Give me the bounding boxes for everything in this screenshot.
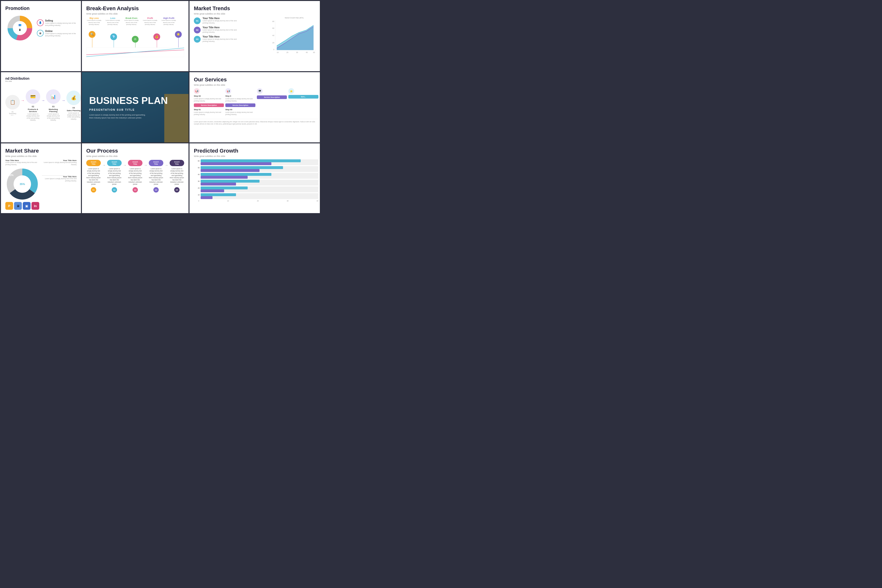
legend-break-even: Break Even Lorem Ipsum is simply dummy t… xyxy=(123,17,139,26)
process-steps: Insert Title Lorem Ipsum is simply dummy… xyxy=(86,160,184,192)
gbar-row-1b xyxy=(196,162,319,165)
service-icon-4: ⭐ xyxy=(288,88,294,94)
ms-item-r2: Your Title Here Lorem Ipsum is simply du… xyxy=(42,176,77,182)
gbar-row-5: 20 xyxy=(196,186,319,189)
dist-step-title-1: Products & Services xyxy=(26,108,40,112)
distribution-subtitle: this slide xyxy=(5,80,77,82)
gbar-row-3: 40 xyxy=(196,173,319,176)
dist-circle-1: 💳 xyxy=(26,89,40,104)
predicted-growth-slide: Predicted Growth Write great subtitles o… xyxy=(189,143,320,213)
dist-circle-0: 📋 xyxy=(5,95,20,110)
service-icon-1: 📢 xyxy=(194,88,200,94)
gbar-outer-2b xyxy=(201,169,319,172)
proc-desc-4: Lorem Ipsum is simply dummy text of the … xyxy=(149,168,163,185)
svg-line-8 xyxy=(86,48,184,57)
proc-step-3: Insert Title Lorem Ipsum is simply dummy… xyxy=(128,160,143,192)
ms-title-r1: Your Title Here xyxy=(43,159,77,162)
proc-desc-3: Lorem Ipsum is simply dummy text of the … xyxy=(128,168,143,185)
ms-left: Your Title Here Lorem Ipsum is simply du… xyxy=(5,159,40,210)
axis-20: 20 xyxy=(257,200,259,202)
proc-arrow-4: → xyxy=(165,160,168,167)
market-share-title: Market Share xyxy=(5,148,77,154)
be-icons-row: 🔍 💎 ⚖ 💰 🌟 xyxy=(86,28,184,48)
breakeven-title: Break-Even Analysis xyxy=(86,5,184,12)
our-process-subtitle: Write great subtitles on this slide xyxy=(86,155,184,158)
breakeven-subtitle: Write great subtitles on this slide xyxy=(86,13,184,15)
gbar-row-6b xyxy=(196,196,319,199)
ms-item-1: Your Title Here Lorem Ipsum is simply du… xyxy=(5,159,40,166)
ms-desc-r1: Lorem Ipsum is simply dummy text and pri… xyxy=(43,162,77,166)
service-step-2b: Step 03 xyxy=(225,108,255,111)
proc-num-5: 05 xyxy=(174,187,180,192)
market-items-list: 01 Your Title Here Lorem Ipsum is simply… xyxy=(194,17,242,43)
proc-step-5: Insert Title Lorem Ipsum is simply dummy… xyxy=(170,160,184,192)
be-icon-1: 🔍 xyxy=(89,31,95,48)
market-trends-title: Market Trends xyxy=(194,5,319,12)
proc-arrow-2: → xyxy=(123,160,126,167)
gbar-inner-2b xyxy=(201,169,260,172)
gbar-label-3: 40 xyxy=(196,174,200,176)
service-col-4: ⭐ Serv... xyxy=(288,88,319,117)
gbar-outer-6a xyxy=(201,193,319,196)
market-trends-content: 01 Your Title Here Lorem Ipsum is simply… xyxy=(194,17,319,56)
market-num-2: 02 xyxy=(194,27,201,33)
dist-step-1: 💳 02 Products & Services Lorem Ipsum is … xyxy=(26,89,40,122)
dist-step-3: 💰 04 Sales Planning Lorem Ipsum is simpl… xyxy=(66,91,81,120)
ms-app-icons: P 🖥 ▣ In xyxy=(5,202,40,210)
service-step-1: Step 02 xyxy=(194,95,224,97)
breakeven-legend: Big Loss Lorem Ipsum is simply dummy tex… xyxy=(86,17,184,26)
market-trends-subtitle: Write great subtitles on this slide xyxy=(194,13,319,15)
promotion-donut: 👥 📱 xyxy=(5,14,35,43)
market-chart-svg: 80 60 40 20 0 10 25 35 45 65 xyxy=(270,19,319,54)
gbar-row-1: 60 xyxy=(196,159,319,162)
ms-donut-container: 35% 30% xyxy=(5,167,39,201)
svg-text:10: 10 xyxy=(277,52,279,53)
gbar-outer-1b xyxy=(201,162,319,165)
svg-text:35: 35 xyxy=(296,52,298,53)
proc-desc-1: Lorem Ipsum is simply dummy text of the … xyxy=(86,168,101,185)
gbar-inner-4b xyxy=(201,183,236,186)
gbar-inner-1b xyxy=(201,162,271,165)
gbar-outer-3b xyxy=(201,176,319,179)
dist-arrow-2: → xyxy=(41,98,45,103)
service-step-2: Step 0 xyxy=(225,95,255,97)
dist-step-desc-3: Lorem Ipsum is simply dummy text of the … xyxy=(66,112,81,120)
service-badge-3: Service Description xyxy=(257,95,287,99)
axis-0: 0 xyxy=(198,200,199,202)
svg-text:👥: 👥 xyxy=(18,23,21,26)
proc-num-2: 02 xyxy=(112,187,117,192)
market-item-1: 01 Your Title Here Lorem Ipsum is simply… xyxy=(194,17,242,24)
gbar-outer-4a xyxy=(201,180,319,183)
ms-text-1: Your Title Here Lorem Ipsum is simply du… xyxy=(5,159,40,166)
svg-text:40: 40 xyxy=(272,34,274,36)
promotion-slide: Promotion 👥 📱 👤 xyxy=(1,1,81,71)
proc-arrow-3: → xyxy=(144,160,147,167)
service-step-1b: Step 01 xyxy=(194,108,224,111)
svg-text:25: 25 xyxy=(286,52,288,53)
proc-arrow-1: → xyxy=(102,160,106,167)
svg-text:20: 20 xyxy=(272,42,274,44)
dist-circle-3: 💰 xyxy=(66,91,81,105)
dist-step-title-3: Sales Planning xyxy=(66,110,81,112)
svg-text:0: 0 xyxy=(273,49,274,50)
svg-text:45: 45 xyxy=(306,52,308,53)
donut-labels: 👤 Selling Lorem Ipsum is simply dummy te… xyxy=(37,20,77,37)
dist-step-0: 📋 01 Summary and... xyxy=(5,95,20,116)
axis-30: 30 xyxy=(287,200,288,202)
service-desc-2: Lorem Ipsum is simply dummy text and pri… xyxy=(225,98,255,102)
dist-step-desc-1: Lorem Ipsum is simply dummy text of the … xyxy=(26,113,40,122)
selling-icon: 👤 xyxy=(37,20,44,26)
market-text-2: Your Title Here Lorem Ipsum is simply du… xyxy=(203,26,242,33)
dist-arrow-1: → xyxy=(21,98,25,103)
legend-high-profit: High Profit Lorem Ipsum is simply dummy … xyxy=(161,17,177,26)
svg-text:60: 60 xyxy=(272,27,274,29)
service-badge-1: Service Description xyxy=(194,104,224,107)
dist-step-num-2: 03 xyxy=(46,105,60,108)
proc-badge-5: Insert Title xyxy=(170,160,184,166)
bp-subtitle: PRESENTATION SUB TITLE xyxy=(89,108,181,111)
ms-pct-30: 30% xyxy=(9,174,14,177)
distribution-title: nd Distribution xyxy=(5,76,77,80)
axis-10: 10 xyxy=(227,200,229,202)
market-item-2: 02 Your Title Here Lorem Ipsum is simply… xyxy=(194,26,242,33)
gbar-inner-1a xyxy=(201,159,301,162)
